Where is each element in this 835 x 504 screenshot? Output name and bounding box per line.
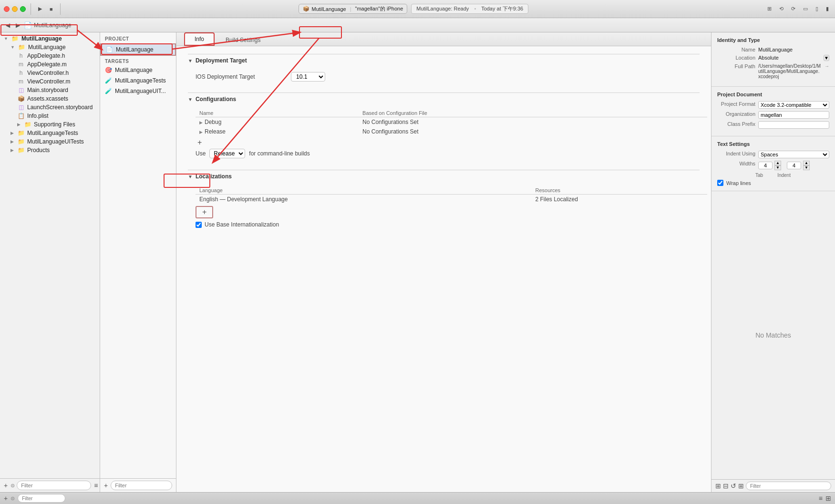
- name-value: MutilLanguage: [758, 47, 829, 52]
- back-button[interactable]: ◀: [4, 21, 12, 30]
- disclosure-icon[interactable]: ▼: [188, 174, 193, 179]
- use-row: Use Release Debug for command-line build…: [196, 147, 700, 160]
- sidebar-item-assets[interactable]: 📦 Assets.xcassets: [0, 94, 100, 103]
- sidebar-item-main-storyboard[interactable]: ◫ Main.storyboard: [0, 86, 100, 94]
- english-label: English — Development Language: [196, 195, 531, 205]
- list-view-button[interactable]: ≡: [94, 482, 98, 489]
- panel-btn-2[interactable]: ▯: [813, 5, 821, 13]
- location-expand-button[interactable]: ▼: [824, 55, 829, 61]
- sidebar-item-launchscreen[interactable]: ◫ LaunchScreen.storyboard: [0, 103, 100, 112]
- location-value: Absolute: [758, 55, 819, 61]
- tab-info[interactable]: Info: [184, 32, 215, 46]
- project-doc-title: Project Document: [717, 92, 829, 97]
- project-item-mutillanguage[interactable]: 📄 MutilLanguage: [100, 43, 176, 56]
- disclosure-icon[interactable]: ▼: [188, 97, 193, 102]
- add-localization-area[interactable]: +: [196, 206, 213, 218]
- right-panel-btn-4[interactable]: ⊞: [738, 482, 744, 490]
- targets-filter-input[interactable]: [111, 481, 172, 490]
- tab-increment-button[interactable]: ▲: [774, 161, 781, 165]
- tab-width-input[interactable]: [758, 162, 773, 169]
- disclosure-icon[interactable]: ▼: [188, 58, 193, 63]
- sidebar-item-supporting-files[interactable]: ▶ 📁 Supporting Files: [0, 120, 100, 129]
- project-format-select[interactable]: Xcode 3.2-compatible Xcode 6 and higher: [758, 101, 829, 109]
- sidebar-item-viewcontroller-m[interactable]: m ViewController.m: [0, 77, 100, 86]
- debug-label: Debug: [205, 119, 221, 125]
- full-path-field-row: Full Path /Users/magellan/Desktop/1/Muti…: [717, 63, 829, 79]
- sidebar-item-products[interactable]: ▶ 📁 Products: [0, 146, 100, 154]
- release-value: No Configurations Set: [359, 127, 707, 136]
- scheme-selector[interactable]: 📦 MutilLanguage | "magellan"的 iPhone: [299, 4, 407, 14]
- indent-using-select[interactable]: Spaces Tabs: [758, 151, 829, 158]
- target-tests[interactable]: 🧪 MutilLanguageTests: [100, 75, 176, 86]
- config-debug-row[interactable]: ▶Debug No Configurations Set: [196, 117, 707, 127]
- right-panel-btn-2[interactable]: ⊟: [723, 482, 729, 490]
- wrap-lines-checkbox[interactable]: [717, 180, 723, 186]
- localizations-header: ▼ Localizations: [188, 170, 700, 183]
- config-release-row[interactable]: ▶Release No Configurations Set: [196, 127, 707, 136]
- add-localization-button[interactable]: +: [200, 208, 208, 216]
- close-button[interactable]: [4, 6, 10, 12]
- add-configuration-button[interactable]: +: [196, 138, 204, 147]
- folder-icon: 📁: [17, 130, 25, 136]
- breadcrumb-item[interactable]: MutilLanguage: [34, 22, 72, 29]
- sidebar-item-appdelegate-m[interactable]: m AppDelegate.m: [0, 60, 100, 69]
- use-base-checkbox[interactable]: [196, 222, 202, 228]
- tab-decrement-button[interactable]: ▼: [774, 165, 781, 170]
- add-file-button[interactable]: +: [4, 482, 8, 489]
- right-filter-input[interactable]: [746, 482, 831, 490]
- layout-btn-1[interactable]: ⊞: [765, 5, 774, 13]
- indent-decrement-button[interactable]: ▼: [803, 165, 810, 170]
- sidebar-item-uitests[interactable]: ▶ 📁 MutilLanguageUITests: [0, 137, 100, 146]
- bottom-view-btn-2[interactable]: ⊞: [825, 494, 831, 502]
- wrap-lines-row: Wrap lines: [717, 180, 829, 186]
- location-label: Location: [717, 55, 755, 61]
- file-m-icon: m: [17, 78, 25, 85]
- right-panel-btn-3[interactable]: ↺: [731, 482, 736, 490]
- configurations-header: ▼ Configurations: [188, 93, 700, 105]
- localization-english-row[interactable]: English — Development Language 2 Files L…: [196, 195, 707, 205]
- class-prefix-input[interactable]: [758, 121, 829, 129]
- sidebar-item-label: Assets.xcassets: [27, 95, 68, 102]
- section-title: Deployment Target: [196, 57, 247, 64]
- main-layout: ▼ 📁 MutilLanguage ▼ 📁 MutilLanguage h Ap…: [0, 32, 835, 492]
- sidebar-item-viewcontroller-h[interactable]: h ViewController.h: [0, 69, 100, 77]
- target-uitests[interactable]: 🧪 MutilLanguageUIT...: [100, 86, 176, 96]
- minimize-button[interactable]: [12, 6, 18, 12]
- identity-type-title: Identity and Type: [717, 37, 829, 43]
- target-mutillanguage[interactable]: 🎯 MutilLanguage: [100, 65, 176, 75]
- english-value: 2 Files Localized: [531, 195, 707, 205]
- indent-using-label: Indent Using: [717, 151, 755, 156]
- sidebar-item-folder[interactable]: ▼ 📁 MutilLanguage: [0, 43, 100, 51]
- use-select[interactable]: Release Debug: [209, 149, 245, 158]
- ios-deployment-field: IOS Deployment Target 10.1 10.0 9.3 9.0: [196, 71, 700, 83]
- add-target-button[interactable]: +: [104, 482, 108, 489]
- forward-button[interactable]: ▶: [14, 21, 22, 30]
- bottom-filter-input[interactable]: [18, 494, 65, 503]
- panel-btn-3[interactable]: ▮: [824, 5, 831, 13]
- panel-btn-1[interactable]: ▭: [801, 5, 810, 13]
- sidebar-item-info-plist[interactable]: 📋 Info.plist: [0, 112, 100, 120]
- layout-btn-3[interactable]: ⟳: [789, 5, 798, 13]
- indent-increment-button[interactable]: ▲: [803, 161, 810, 165]
- run-button[interactable]: ▶: [36, 5, 44, 13]
- right-panel-btn-1[interactable]: ⊞: [715, 482, 721, 490]
- organization-input[interactable]: [758, 111, 829, 119]
- disclosure-icon: ▼: [4, 36, 8, 41]
- indent-width-input[interactable]: [787, 162, 801, 169]
- ios-version-select[interactable]: 10.1 10.0 9.3 9.0: [291, 72, 325, 82]
- tab-build-settings[interactable]: Build Settings: [216, 34, 270, 46]
- add-bottom-button[interactable]: +: [4, 494, 8, 502]
- identity-type-section: Identity and Type Name MutilLanguage Loc…: [711, 32, 835, 87]
- release-label: Release: [205, 128, 226, 135]
- sidebar-item-root[interactable]: ▼ 📁 MutilLanguage: [0, 34, 100, 43]
- sidebar-item-tests[interactable]: ▶ 📁 MutilLanguageTests: [0, 129, 100, 137]
- fullscreen-button[interactable]: [20, 6, 26, 12]
- filter-input[interactable]: [17, 481, 91, 490]
- stop-button[interactable]: ■: [47, 5, 55, 13]
- location-field-row: Location Absolute ▼: [717, 55, 829, 61]
- layout-btn-2[interactable]: ⟲: [777, 5, 786, 13]
- bottom-view-btn-1[interactable]: ≡: [819, 494, 823, 502]
- separator: [60, 3, 61, 15]
- full-path-reveal-button[interactable]: →: [825, 63, 829, 69]
- sidebar-item-appdelegate-h[interactable]: h AppDelegate.h: [0, 51, 100, 60]
